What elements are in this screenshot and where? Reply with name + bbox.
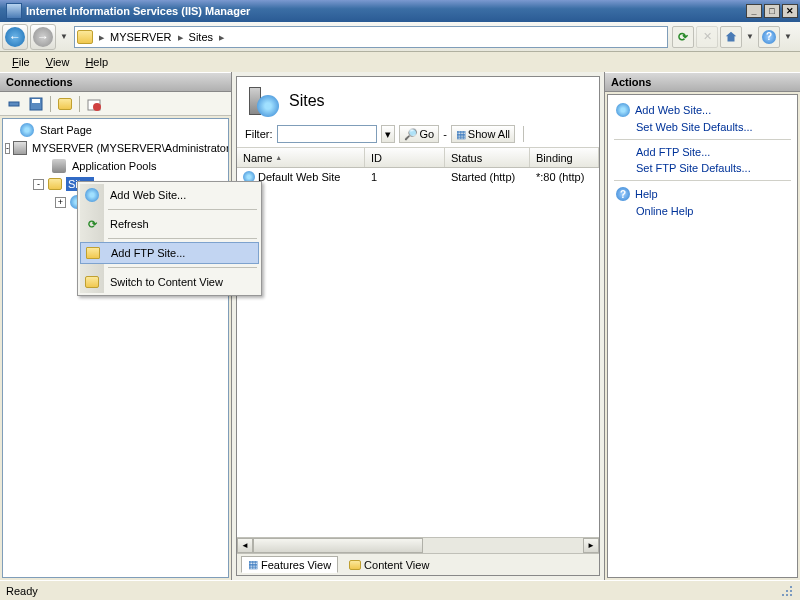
nav-forward-button[interactable]: →	[30, 24, 56, 50]
chevron-right-icon[interactable]	[99, 32, 104, 42]
chevron-right-icon[interactable]	[178, 32, 183, 42]
home-icon	[724, 30, 738, 44]
disk-icon	[29, 97, 43, 111]
ctx-add-ftp-site[interactable]: Add FTP Site...	[80, 242, 259, 264]
statusbar: Ready	[0, 580, 800, 600]
go-button[interactable]: 🔎Go	[399, 125, 440, 143]
horizontal-scrollbar[interactable]: ◄ ►	[237, 537, 599, 553]
help-dropdown[interactable]: ▼	[782, 24, 794, 50]
page-title: Sites	[289, 92, 325, 110]
scroll-left-button[interactable]: ◄	[237, 538, 253, 553]
breadcrumb-server[interactable]: MYSERVER	[106, 31, 176, 43]
globe-icon	[85, 188, 99, 202]
menubar: File View Help	[0, 52, 800, 72]
collapse-toggle[interactable]: -	[5, 143, 10, 154]
svg-rect-0	[9, 102, 19, 106]
breadcrumb: MYSERVER Sites	[74, 26, 668, 48]
filter-dropdown[interactable]: ▾	[381, 125, 395, 143]
collapse-toggle[interactable]: -	[33, 179, 44, 190]
home-button[interactable]	[720, 26, 742, 48]
expand-toggle[interactable]: +	[55, 197, 66, 208]
arrow-right-icon: →	[33, 27, 53, 47]
delete-icon	[87, 97, 101, 111]
svg-rect-9	[786, 594, 788, 596]
connections-toolbar	[0, 92, 231, 116]
col-id[interactable]: ID	[365, 148, 445, 167]
connections-panel: Connections Start Page -MYSERVER (MYSERV…	[0, 72, 232, 580]
features-icon: ▦	[248, 558, 258, 571]
col-name[interactable]: Name▲	[237, 148, 365, 167]
nav-history-dropdown[interactable]: ▼	[58, 24, 70, 50]
content-icon	[349, 560, 361, 570]
delete-connection-button[interactable]	[84, 95, 104, 113]
refresh-icon: ⟳	[88, 218, 97, 231]
go-icon: 🔎	[404, 128, 418, 141]
filter-bار: Filter: ▾ 🔎Go - ▦Show All	[237, 121, 599, 148]
status-text: Ready	[6, 585, 38, 597]
refresh-button[interactable]: ⟳	[672, 26, 694, 48]
breadcrumb-sites[interactable]: Sites	[185, 31, 217, 43]
titlebar: Internet Information Services (IIS) Mana…	[0, 0, 800, 22]
globe-icon	[616, 103, 630, 117]
ctx-switch-content-view[interactable]: Switch to Content View	[80, 271, 259, 293]
link-icon	[7, 97, 21, 111]
stop-icon: ✕	[703, 30, 712, 43]
home-dropdown[interactable]: ▼	[744, 24, 756, 50]
menu-file[interactable]: File	[4, 54, 38, 70]
action-add-web-site[interactable]: Add Web Site...	[612, 101, 793, 119]
sort-asc-icon: ▲	[275, 154, 282, 161]
action-help[interactable]: ?Help	[612, 185, 793, 203]
tree-server[interactable]: -MYSERVER (MYSERVER\Administrator)	[3, 139, 228, 157]
view-tabs: ▦Features View Content View	[237, 553, 599, 575]
context-menu: Add Web Site... ⟳Refresh Add FTP Site...…	[77, 181, 262, 296]
window-title: Internet Information Services (IIS) Mana…	[26, 5, 250, 17]
save-button[interactable]	[26, 95, 46, 113]
maximize-button[interactable]: □	[764, 4, 780, 18]
actions-panel: Actions Add Web Site... Set Web Site Def…	[605, 72, 800, 580]
ftp-icon	[86, 247, 100, 259]
svg-rect-7	[790, 590, 792, 592]
center-panel: Sites Filter: ▾ 🔎Go - ▦Show All Name▲ ID…	[232, 72, 605, 580]
filter-input[interactable]	[277, 125, 377, 143]
ctx-refresh[interactable]: ⟳Refresh	[80, 213, 259, 235]
tree-app-pools[interactable]: Application Pools	[3, 157, 228, 175]
menu-view[interactable]: View	[38, 54, 78, 70]
minimize-button[interactable]: _	[746, 4, 762, 18]
tab-features-view[interactable]: ▦Features View	[241, 556, 338, 573]
arrow-left-icon: ←	[5, 27, 25, 47]
col-status[interactable]: Status	[445, 148, 530, 167]
apppool-icon	[52, 159, 66, 173]
tab-content-view[interactable]: Content View	[342, 556, 436, 573]
action-add-ftp-site[interactable]: Add FTP Site...	[612, 144, 793, 160]
tree-start-page[interactable]: Start Page	[3, 121, 228, 139]
nav-back-button[interactable]: ←	[2, 24, 28, 50]
folder-icon	[85, 276, 99, 288]
col-binding[interactable]: Binding	[530, 148, 599, 167]
up-button[interactable]	[55, 95, 75, 113]
showall-icon: ▦	[456, 128, 466, 141]
connect-button[interactable]	[4, 95, 24, 113]
help-button[interactable]: ?	[758, 26, 780, 48]
svg-rect-8	[782, 594, 784, 596]
action-online-help[interactable]: Online Help	[612, 203, 793, 219]
help-icon: ?	[762, 30, 776, 44]
resize-grip[interactable]	[780, 584, 794, 598]
globe-icon	[20, 123, 34, 137]
folder-icon	[77, 30, 93, 44]
svg-rect-2	[32, 99, 40, 103]
sites-icon	[247, 85, 279, 117]
scroll-right-button[interactable]: ►	[583, 538, 599, 553]
connections-header: Connections	[0, 72, 231, 92]
action-set-ftp-defaults[interactable]: Set FTP Site Defaults...	[612, 160, 793, 176]
table-row[interactable]: Default Web Site 1 Started (http) *:80 (…	[237, 168, 599, 186]
menu-help[interactable]: Help	[77, 54, 116, 70]
show-all-button[interactable]: ▦Show All	[451, 125, 515, 143]
sites-grid: Name▲ ID Status Binding Default Web Site…	[237, 148, 599, 553]
action-set-web-defaults[interactable]: Set Web Site Defaults...	[612, 119, 793, 135]
server-icon	[13, 141, 27, 155]
ctx-add-web-site[interactable]: Add Web Site...	[80, 184, 259, 206]
chevron-right-icon[interactable]	[219, 32, 224, 42]
svg-point-4	[93, 103, 101, 111]
close-button[interactable]: ✕	[782, 4, 798, 18]
scroll-thumb[interactable]	[253, 538, 423, 553]
